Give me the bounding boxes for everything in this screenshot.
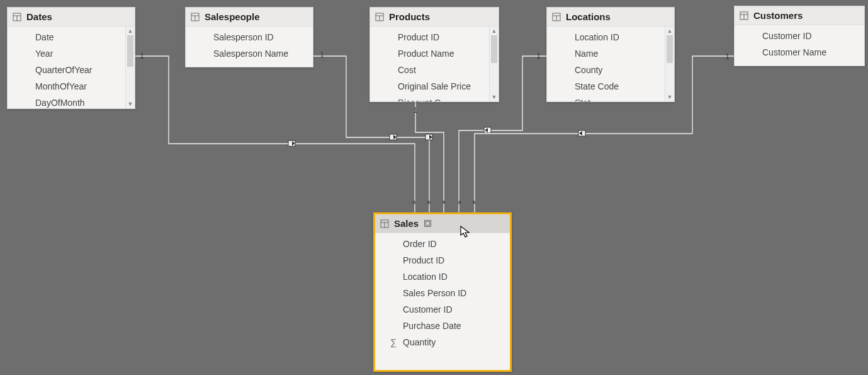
table-icon bbox=[191, 13, 200, 21]
table-title: Salespeople bbox=[205, 11, 260, 22]
scroll-down-icon[interactable]: ▼ bbox=[665, 93, 674, 101]
scrollbar[interactable]: ▲ ▼ bbox=[125, 26, 135, 108]
field[interactable]: County bbox=[547, 62, 665, 78]
field-list: Order ID Product ID Location ID Sales Pe… bbox=[375, 233, 510, 370]
field[interactable]: Salesperson Name bbox=[186, 45, 313, 62]
table-header[interactable]: Locations bbox=[547, 8, 674, 26]
scroll-thumb[interactable] bbox=[667, 35, 673, 63]
svg-marker-12 bbox=[579, 131, 582, 136]
field[interactable]: Original Sale Price bbox=[370, 78, 490, 95]
table-header[interactable]: Customers bbox=[735, 6, 864, 25]
field[interactable]: Customer ID bbox=[375, 301, 510, 318]
table-icon bbox=[740, 11, 748, 20]
field[interactable]: Sales Person ID bbox=[375, 285, 510, 301]
table-icon bbox=[13, 13, 21, 21]
field-list: Location ID Name County State Code Stat bbox=[547, 26, 665, 101]
cardinality-label: 1 bbox=[413, 105, 417, 115]
field[interactable]: Stat bbox=[547, 95, 665, 101]
field[interactable]: Customer Name bbox=[735, 44, 864, 61]
scroll-up-icon[interactable]: ▲ bbox=[665, 26, 674, 35]
cardinality-label: * bbox=[472, 199, 476, 211]
field[interactable]: Name bbox=[547, 45, 665, 62]
scroll-thumb[interactable] bbox=[127, 35, 133, 67]
scroll-up-icon[interactable]: ▲ bbox=[126, 26, 135, 35]
table-header[interactable]: Dates bbox=[8, 8, 135, 26]
maximize-icon[interactable] bbox=[424, 219, 432, 228]
sigma-icon: ∑ bbox=[390, 336, 399, 349]
field[interactable]: Product ID bbox=[370, 29, 490, 45]
field[interactable]: Year bbox=[8, 45, 126, 62]
field-list: Date Year QuarterOfYear MonthOfYear DayO… bbox=[8, 26, 126, 108]
cardinality-label: * bbox=[458, 199, 461, 211]
table-title: Dates bbox=[26, 11, 52, 22]
field-list: Product ID Product Name Cost Original Sa… bbox=[370, 26, 490, 101]
field[interactable]: DayOfMonth bbox=[8, 95, 126, 108]
field[interactable]: Product Name bbox=[370, 45, 490, 62]
cardinality-label: * bbox=[442, 199, 446, 211]
field[interactable]: QuarterOfYear bbox=[8, 62, 126, 78]
table-dates[interactable]: Dates Date Year QuarterOfYear MonthOfYea… bbox=[7, 7, 135, 109]
scrollbar[interactable]: ▲ ▼ bbox=[665, 26, 674, 101]
field[interactable]: Location ID bbox=[375, 268, 510, 285]
table-header[interactable]: Salespeople bbox=[186, 8, 313, 26]
svg-rect-7 bbox=[426, 134, 432, 140]
table-title: Products bbox=[389, 11, 430, 22]
cardinality-label: 1 bbox=[320, 50, 324, 59]
table-title: Customers bbox=[753, 10, 803, 21]
svg-rect-32 bbox=[426, 222, 430, 226]
field[interactable]: MonthOfYear bbox=[8, 78, 126, 95]
scroll-down-icon[interactable]: ▼ bbox=[126, 100, 135, 108]
field[interactable]: Customer ID bbox=[735, 28, 864, 44]
field[interactable]: ∑Quantity bbox=[375, 334, 510, 350]
scroll-down-icon[interactable]: ▼ bbox=[490, 93, 499, 101]
table-customers[interactable]: Customers Customer ID Customer Name bbox=[734, 6, 865, 66]
field[interactable]: Product ID bbox=[375, 252, 510, 268]
svg-marker-4 bbox=[292, 141, 295, 146]
field[interactable]: State Code bbox=[547, 78, 665, 95]
cardinality-label: * bbox=[412, 199, 416, 211]
svg-rect-5 bbox=[390, 134, 397, 140]
field[interactable]: Cost bbox=[370, 62, 490, 78]
field[interactable]: Discount C... bbox=[370, 95, 490, 101]
table-sales[interactable]: Sales Order ID Product ID Location ID Sa… bbox=[373, 212, 512, 372]
cardinality-label: 1 bbox=[536, 51, 541, 61]
svg-marker-8 bbox=[429, 135, 432, 139]
table-salespeople[interactable]: Salespeople Salesperson ID Salesperson N… bbox=[185, 7, 313, 67]
field[interactable]: Location ID bbox=[547, 29, 665, 45]
table-header[interactable]: Sales bbox=[375, 214, 510, 233]
field-list: Customer ID Customer Name bbox=[735, 25, 864, 66]
table-title: Locations bbox=[566, 11, 611, 22]
cardinality-label: 1 bbox=[140, 51, 144, 61]
svg-rect-9 bbox=[484, 127, 491, 133]
table-icon bbox=[375, 13, 384, 21]
field[interactable]: Salesperson ID bbox=[186, 29, 313, 45]
table-locations[interactable]: Locations Location ID Name County State … bbox=[546, 7, 675, 102]
field[interactable]: Purchase Date bbox=[375, 318, 510, 334]
table-icon bbox=[380, 219, 389, 228]
table-icon bbox=[552, 13, 561, 21]
table-products[interactable]: Products Product ID Product Name Cost Or… bbox=[369, 7, 499, 102]
svg-marker-10 bbox=[485, 128, 488, 132]
table-title: Sales bbox=[394, 218, 419, 229]
scrollbar[interactable]: ▲ ▼ bbox=[489, 26, 499, 101]
cardinality-label: 1 bbox=[725, 52, 730, 61]
scroll-up-icon[interactable]: ▲ bbox=[490, 26, 499, 35]
field[interactable]: Order ID bbox=[375, 236, 510, 252]
cardinality-label: * bbox=[427, 199, 431, 211]
field[interactable]: Date bbox=[8, 29, 126, 45]
svg-marker-6 bbox=[393, 135, 397, 139]
scroll-thumb[interactable] bbox=[491, 35, 497, 63]
table-header[interactable]: Products bbox=[370, 8, 499, 26]
svg-rect-11 bbox=[578, 130, 585, 136]
svg-rect-3 bbox=[288, 141, 295, 146]
field-label: Quantity bbox=[403, 337, 436, 347]
field-list: Salesperson ID Salesperson Name bbox=[186, 26, 313, 67]
